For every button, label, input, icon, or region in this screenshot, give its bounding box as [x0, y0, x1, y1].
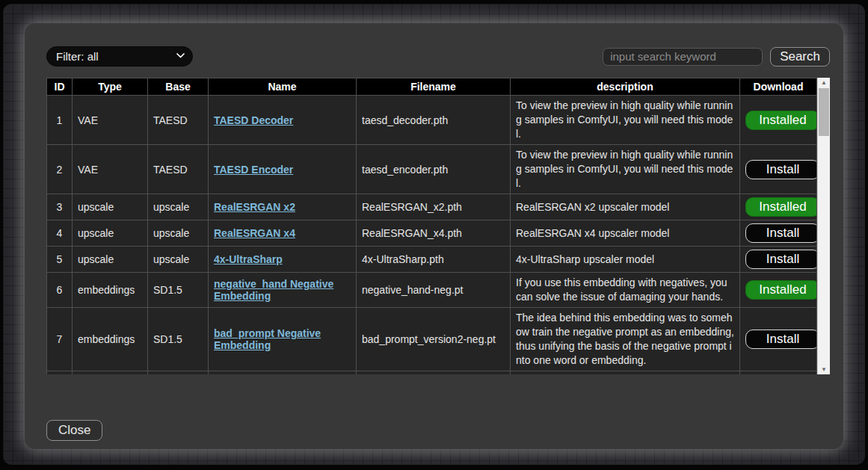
cell-name: TAESD Encoder [209, 145, 357, 194]
cell-id: 1 [47, 96, 73, 145]
install-button[interactable]: Install [745, 223, 817, 243]
models-table: IDTypeBaseNameFilenamedescriptionDownloa… [46, 78, 817, 374]
table-row: 1 VAE TAESD TAESD Decoder taesd_decoder.… [47, 96, 817, 145]
scrollbar-up-arrow-icon[interactable]: ▲ [818, 78, 830, 87]
cell-filename: 4x-UltraSharp.pth [357, 247, 511, 273]
cell-filename: negative_hand-neg.pt [357, 273, 511, 308]
cell-description: These embedding learn what disgusting co… [511, 371, 740, 375]
scrollbar-down-arrow-icon[interactable]: ▼ [818, 365, 830, 374]
search-group: Search [603, 47, 830, 67]
col-header-base: Base [148, 78, 209, 96]
installed-button[interactable]: Installed [745, 197, 817, 217]
search-button[interactable]: Search [770, 47, 830, 67]
col-header-description: description [511, 78, 740, 96]
table-row: These embedding learn what disgusting co… [47, 371, 817, 375]
cell-filename: RealESRGAN_x2.pth [357, 194, 511, 220]
cell-name: RealESRGAN x4 [209, 220, 357, 247]
col-header-type: Type [73, 78, 148, 96]
install-button[interactable]: Install [745, 250, 817, 269]
install-button[interactable]: Install [745, 160, 817, 179]
cell-type: embeddings [73, 308, 148, 371]
cell-base: TAESD [148, 145, 209, 194]
cell-id: 2 [47, 145, 73, 194]
cell-download: Install [740, 220, 817, 247]
cell-id: 5 [47, 247, 73, 273]
toolbar: Filter: all Search [46, 46, 830, 67]
cell-base: upscale [148, 247, 209, 273]
scrollbar-thumb[interactable] [819, 88, 829, 136]
cell-filename [357, 371, 511, 375]
cell-description: RealESRGAN x4 upscaler model [511, 220, 740, 247]
cell-download: Installed [740, 194, 817, 220]
model-name-link[interactable]: bad_prompt Negative Embedding [214, 327, 321, 351]
cell-base [148, 371, 209, 375]
cell-id: 4 [47, 220, 73, 247]
cell-name: RealESRGAN x2 [209, 194, 357, 220]
table-scrollbar[interactable]: ▲ ▼ [817, 78, 830, 374]
cell-description: RealESRGAN x2 upscaler model [511, 194, 740, 220]
filter-select[interactable]: Filter: all [46, 46, 193, 67]
col-header-filename: Filename [357, 78, 511, 96]
cell-type: embeddings [73, 273, 148, 308]
cell-filename: bad_prompt_version2-neg.pt [357, 308, 511, 371]
table-row: 6 embeddings SD1.5 negative_hand Negativ… [47, 273, 817, 308]
cell-filename: taesd_encoder.pth [357, 145, 511, 194]
model-name-link[interactable]: RealESRGAN x4 [214, 227, 295, 239]
model-table-container: IDTypeBaseNameFilenamedescriptionDownloa… [46, 78, 830, 374]
cell-type: upscale [73, 220, 148, 247]
model-name-link[interactable]: 4x-UltraSharp [214, 253, 283, 265]
model-name-link[interactable]: negative_hand Negative Embedding [214, 278, 333, 302]
cell-filename: taesd_decoder.pth [357, 96, 511, 145]
cell-download [740, 371, 817, 375]
cell-base: SD1.5 [148, 273, 209, 308]
model-name-link[interactable]: RealESRGAN x2 [214, 201, 295, 213]
install-button[interactable]: Install [745, 330, 817, 349]
table-row: 3 upscale upscale RealESRGAN x2 RealESRG… [47, 194, 817, 220]
filter-wrap: Filter: all [46, 46, 193, 67]
search-input[interactable] [603, 48, 763, 66]
cell-type: upscale [73, 247, 148, 273]
col-header-download: Download [740, 78, 817, 96]
cell-id: 3 [47, 194, 73, 220]
installed-button[interactable]: Installed [745, 280, 817, 300]
cell-description: The idea behind this embedding was to so… [511, 308, 740, 371]
cell-base: upscale [148, 194, 209, 220]
table-body: 1 VAE TAESD TAESD Decoder taesd_decoder.… [47, 96, 817, 375]
cell-name [209, 371, 357, 375]
cell-description: If you use this embedding with negatives… [511, 273, 740, 308]
table-row: 4 upscale upscale RealESRGAN x4 RealESRG… [47, 220, 817, 247]
cell-base: upscale [148, 220, 209, 247]
cell-id: 7 [47, 308, 73, 371]
cell-type: VAE [73, 145, 148, 194]
cell-base: SD1.5 [148, 308, 209, 371]
table-header-row: IDTypeBaseNameFilenamedescriptionDownloa… [47, 78, 817, 96]
cell-download: Installed [740, 273, 817, 308]
cell-id [47, 371, 73, 375]
model-name-link[interactable]: TAESD Decoder [214, 114, 293, 126]
table-row: 7 embeddings SD1.5 bad_prompt Negative E… [47, 308, 817, 371]
close-button[interactable]: Close [46, 420, 102, 441]
col-header-id: ID [47, 78, 73, 96]
model-name-link[interactable]: TAESD Encoder [214, 164, 293, 176]
cell-id: 6 [47, 273, 73, 308]
cell-type [73, 371, 148, 375]
cell-description: To view the preview in high quality whil… [511, 145, 740, 194]
cell-type: VAE [73, 96, 148, 145]
cell-download: Install [740, 308, 817, 371]
cell-name: 4x-UltraSharp [209, 247, 357, 273]
cell-filename: RealESRGAN_x4.pth [357, 220, 511, 247]
cell-description: 4x-UltraSharp upscaler model [511, 247, 740, 273]
cell-type: upscale [73, 194, 148, 220]
cell-download: Install [740, 247, 817, 273]
model-manager-dialog: Filter: all Search IDTypeBaseNameFil [25, 23, 843, 449]
cell-name: negative_hand Negative Embedding [209, 273, 357, 308]
cell-description: To view the preview in high quality whil… [511, 96, 740, 145]
cell-download: Install [740, 145, 817, 194]
table-row: 5 upscale upscale 4x-UltraSharp 4x-Ultra… [47, 247, 817, 273]
cell-download: Installed [740, 96, 817, 145]
installed-button[interactable]: Installed [745, 111, 817, 130]
cell-name: TAESD Decoder [209, 96, 357, 145]
table-row: 2 VAE TAESD TAESD Encoder taesd_encoder.… [47, 145, 817, 194]
cell-base: TAESD [148, 96, 209, 145]
col-header-name: Name [209, 78, 357, 96]
